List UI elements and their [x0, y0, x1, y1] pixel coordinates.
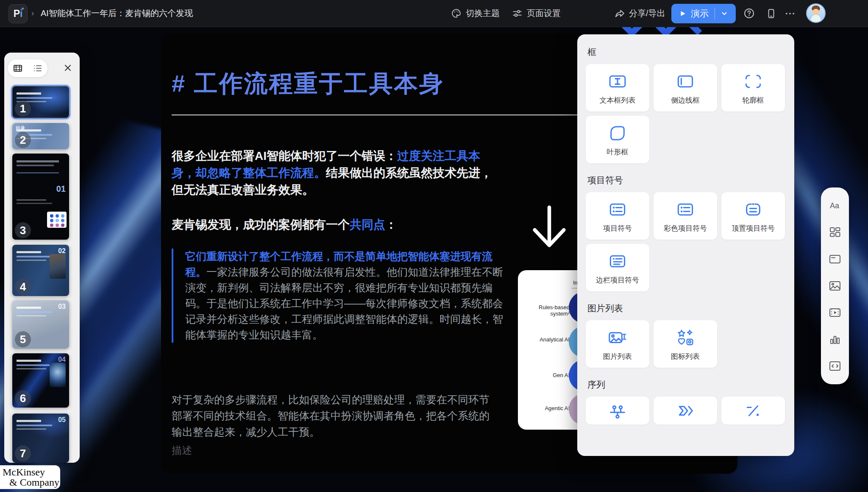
bullet-list-icon [608, 200, 627, 219]
card-icon [828, 252, 842, 266]
popup-section-title-sequence: 序列 [587, 379, 786, 391]
page-settings-button[interactable]: 页面设置 [512, 0, 561, 27]
card-label: 图标列表 [671, 352, 700, 361]
slide-paragraph-1[interactable]: 很多企业在部署AI智能体时犯了一个错误：过度关注工具本身，却忽略了整体工作流程。… [172, 148, 502, 198]
text-style-button[interactable]: Aa [826, 197, 843, 214]
document-title[interactable]: AI智能体工作一年后：麦肯锡的六个发现 [41, 0, 193, 27]
down-arrow-graphic[interactable] [529, 205, 570, 257]
image-button[interactable] [826, 277, 843, 294]
color-bullet-list-icon [676, 200, 695, 219]
thumb-corner-label: 04 [58, 356, 66, 363]
popup-section-title-bullets: 项目符号 [587, 174, 786, 186]
card-button[interactable] [826, 251, 843, 268]
slide-title[interactable]: # 工作流程重于工具本身 [172, 68, 444, 100]
filmstrip-view-button[interactable] [13, 63, 23, 73]
diagram-row-label: Analytical AI [518, 336, 570, 343]
mckinsey-logo-line2: & Company [9, 477, 60, 487]
diagram-row-label: Agentic AI [518, 405, 570, 411]
thumb-photo [50, 363, 66, 387]
slide-thumbnail-2[interactable]: 目录 2 [12, 123, 69, 149]
list-view-button[interactable] [33, 63, 43, 73]
slide-thumbnail-6[interactable]: 04 6 [12, 353, 69, 408]
card-icon-list[interactable]: 图标列表 [654, 320, 717, 368]
slide-number: 1 [15, 101, 31, 117]
image-list-icon [608, 328, 627, 347]
card-text-box-list[interactable]: 文本框列表 [586, 64, 649, 112]
thumb-mini-chart [47, 212, 67, 228]
slide-thumbnail-3[interactable]: 01 3 [12, 154, 69, 240]
card-label: 图片列表 [603, 352, 632, 361]
slide-thumbnail-5[interactable]: 03 5 [12, 300, 69, 349]
layout-grid-icon [828, 225, 842, 240]
card-leaf-frame[interactable]: 叶形框 [586, 116, 649, 163]
switch-theme-label: 切换主题 [466, 8, 500, 19]
mobile-preview-button[interactable] [765, 0, 776, 27]
share-export-button[interactable]: 分享/导出 [614, 0, 665, 27]
slide-number: 3 [15, 222, 31, 238]
play-icon [679, 10, 687, 17]
app-logo[interactable]: Pi✦ [8, 4, 28, 23]
slide-thumbnail-7[interactable]: 05 7 [12, 414, 69, 463]
slide-thumbnail-4[interactable]: 02 4 [12, 245, 69, 296]
help-button[interactable] [743, 0, 755, 27]
popup-grid-image-lists: 图片列表 图标列表 [586, 320, 786, 368]
slide-quote-block[interactable]: 它们重新设计了整个工作流程，而不是简单地把智能体塞进现有流程。一家法律服务公司的… [172, 249, 508, 343]
timeline-sequence-icon [608, 401, 627, 420]
user-avatar[interactable] [806, 3, 826, 23]
card-percent-sequence[interactable] [721, 397, 785, 425]
slide-thumbnail-1[interactable]: 1 [12, 86, 69, 118]
switch-theme-button[interactable]: 切换主题 [451, 0, 500, 27]
slide-number: 6 [15, 390, 31, 406]
more-options-button[interactable] [784, 0, 796, 27]
card-label: 轮廓框 [743, 95, 764, 105]
paragraph-highlight: 共同点 [350, 218, 385, 231]
popup-grid-sequence [586, 397, 786, 425]
card-label: 文本框列表 [600, 95, 636, 105]
top-bullet-list-icon [743, 200, 763, 219]
slide-paragraph-2[interactable]: 麦肯锡发现，成功的案例都有一个共同点： [172, 216, 502, 233]
card-label: 边栏项目符号 [596, 275, 639, 285]
quote-body: 一家法律服务公司的做法很有启发性。他们知道法律推理在不断演变，新判例、司法解释层… [185, 266, 503, 341]
present-label: 演示 [691, 8, 709, 20]
text-icon: Aa [830, 201, 840, 210]
card-outline-frame[interactable]: 轮廓框 [721, 64, 785, 112]
thumb-corner-label: 02 [58, 247, 66, 255]
sliders-icon [512, 8, 523, 19]
insert-element-popup: 框 文本框列表 侧边线框 轮廓框 叶形框 项目符号 项目符号 [577, 34, 794, 456]
card-side-line-frame[interactable]: 侧边线框 [654, 64, 717, 112]
help-icon [743, 8, 755, 19]
embed-code-button[interactable] [826, 358, 843, 375]
card-timeline-sequence[interactable] [586, 397, 649, 425]
card-top-bullet-list[interactable]: 顶置项目符号 [721, 192, 785, 240]
view-toggle [8, 59, 47, 77]
image-icon [828, 279, 842, 293]
present-button[interactable]: 演示 [671, 4, 715, 23]
slide-number: 4 [15, 279, 31, 295]
breadcrumb-chevron-icon: › [31, 0, 34, 27]
video-button[interactable] [826, 304, 843, 321]
sparkle-icon: ✦ [21, 6, 25, 11]
card-image-list[interactable]: 图片列表 [586, 320, 649, 368]
thumb-photo [50, 254, 66, 279]
description-placeholder[interactable]: 描述 [172, 444, 192, 457]
app-logo-text: P [14, 8, 20, 20]
chart-button[interactable] [826, 331, 843, 348]
layout-button[interactable] [826, 224, 843, 241]
sidebar-bullet-list-icon [608, 252, 627, 271]
chevron-sequence-icon [676, 401, 695, 420]
mckinsey-logo-line1: McKinsey [3, 467, 60, 477]
card-label: 顶置项目符号 [732, 224, 775, 233]
present-button-group: 演示 [671, 4, 736, 23]
slide-paragraph-3[interactable]: 对于复杂的多步骤流程，比如保险公司的理赔处理，需要在不同环节部署不同的技术组合。… [172, 391, 498, 440]
close-panel-button[interactable] [61, 61, 75, 75]
page-settings-label: 页面设置 [527, 8, 561, 19]
paragraph-text: ： [385, 218, 397, 231]
popup-grid-frames: 文本框列表 侧边线框 轮廓框 叶形框 [586, 64, 786, 163]
present-dropdown-button[interactable] [715, 4, 734, 23]
card-sidebar-bullet-list[interactable]: 边栏项目符号 [586, 244, 649, 291]
thumb-corner-label: 目录 [16, 125, 25, 131]
card-color-bullet-list[interactable]: 彩色项目符号 [654, 192, 717, 240]
card-chevron-sequence[interactable] [654, 397, 717, 425]
card-bullet-list[interactable]: 项目符号 [586, 192, 649, 240]
app-window: # 工作流程重于工具本身 很多企业在部署AI智能体时犯了一个错误：过度关注工具本… [0, 0, 868, 492]
